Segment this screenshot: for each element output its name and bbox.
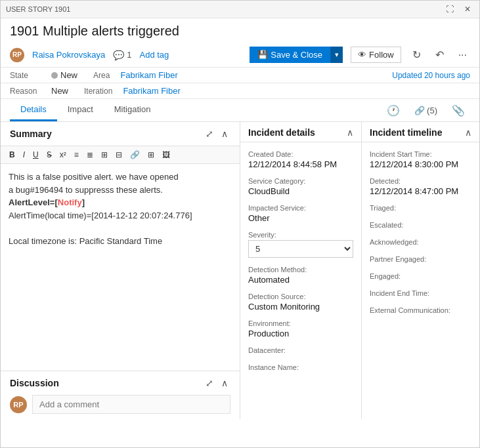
- tab-mitigation[interactable]: Mitigation: [104, 99, 162, 121]
- summary-controls: ⤢ ∧: [203, 127, 230, 140]
- save-icon: 💾: [257, 50, 268, 60]
- indent-button[interactable]: ⊞: [98, 149, 111, 161]
- environment-value: Production: [248, 329, 353, 338]
- comment-button[interactable]: 💬 1: [113, 50, 131, 60]
- table-button[interactable]: ⊞: [144, 149, 158, 161]
- incident-details-collapse[interactable]: ∧: [347, 127, 353, 138]
- discussion-header: Discussion ⤢ ∧: [10, 377, 230, 390]
- incident-start-value: 12/12/2014 8:30:00 PM: [370, 159, 471, 169]
- user-name[interactable]: Raisa Pokrovskaya: [32, 50, 105, 60]
- outdent-button[interactable]: ⊟: [112, 149, 125, 161]
- reason-field: Reason New: [10, 86, 68, 96]
- area-field: Area Fabrikam Fiber: [93, 70, 178, 80]
- severity-select[interactable]: 12345: [248, 240, 353, 258]
- triaged-field: Triaged:: [362, 200, 479, 217]
- triaged-label: Triaged:: [370, 204, 471, 212]
- incident-details-title: Incident details: [248, 127, 315, 138]
- meta-row-2: Reason New Iteration Fabrikam Fiber: [1, 83, 479, 99]
- follow-icon: 👁: [358, 50, 366, 60]
- escalated-field: Escalated:: [362, 217, 479, 234]
- environment-label: Environment:: [248, 319, 353, 327]
- history-icon-button[interactable]: 🕐: [382, 100, 405, 121]
- state-value[interactable]: New: [51, 70, 77, 80]
- state-label: State: [10, 71, 46, 80]
- detected-value: 12/12/2014 8:47:00 PM: [370, 186, 471, 196]
- content-area: Summary ⤢ ∧ B I U S̶ x² ≡ ≣ ⊞ ⊟ 🔗 ⊞ 🖼 Th…: [1, 122, 479, 419]
- detection-method-label: Detection Method:: [248, 266, 353, 274]
- iteration-field: Iteration Fabrikam Fiber: [84, 86, 181, 96]
- created-date-field: Created Date: 12/12/2014 8:44:58 PM: [240, 146, 361, 173]
- incident-start-label: Incident Start Time:: [370, 150, 471, 158]
- left-panel: Summary ⤢ ∧ B I U S̶ x² ≡ ≣ ⊞ ⊟ 🔗 ⊞ 🖼 Th…: [1, 122, 240, 419]
- impacted-service-field: Impacted Service: Other: [240, 200, 361, 227]
- superscript-button[interactable]: x²: [56, 149, 70, 161]
- partner-engaged-label: Partner Engaged:: [370, 255, 471, 263]
- detection-method-value: Automated: [248, 275, 353, 285]
- escalated-label: Escalated:: [370, 221, 471, 229]
- incident-start-field: Incident Start Time: 12/12/2014 8:30:00 …: [362, 146, 479, 173]
- toolbar: RP Raisa Pokrovskaya 💬 1 Add tag 💾 Save …: [1, 43, 479, 68]
- refresh-button[interactable]: ↻: [409, 47, 424, 63]
- instance-name-field: Instance Name:: [240, 359, 361, 377]
- summary-expand-button[interactable]: ⤢: [203, 127, 216, 140]
- avatar: RP: [10, 48, 24, 62]
- reason-label: Reason: [10, 87, 46, 96]
- save-close-label: Save & Close: [271, 50, 322, 60]
- external-comm-field: External Communication:: [362, 302, 479, 319]
- datacenter-field: Datacenter:: [240, 342, 361, 359]
- comment-box: RP: [10, 395, 230, 414]
- ul-button[interactable]: ≣: [83, 149, 97, 161]
- area-value[interactable]: Fabrikam Fiber: [120, 70, 177, 80]
- discussion-expand-button[interactable]: ⤢: [203, 377, 216, 390]
- discussion-controls: ⤢ ∧: [203, 377, 230, 390]
- tab-details[interactable]: Details: [10, 99, 57, 121]
- created-date-label: Created Date:: [248, 150, 353, 158]
- ol-button[interactable]: ≡: [71, 149, 82, 161]
- undo-button[interactable]: ↶: [432, 47, 447, 63]
- editor-content[interactable]: This is a false positive alert. we have …: [1, 164, 240, 371]
- follow-label: Follow: [369, 50, 394, 60]
- bold-button[interactable]: B: [6, 149, 18, 161]
- comment-icon: 💬: [113, 50, 124, 60]
- discussion-collapse-button[interactable]: ∧: [219, 377, 230, 390]
- title-bar: USER STORY 1901 ⛶ ✕: [1, 1, 479, 18]
- add-tag-button[interactable]: Add tag: [140, 50, 169, 60]
- links-button[interactable]: 🔗 (5): [408, 102, 445, 119]
- save-dropdown-button[interactable]: ▾: [330, 47, 343, 63]
- incident-timeline-collapse[interactable]: ∧: [465, 127, 471, 138]
- attach-icon-button[interactable]: 📎: [447, 100, 470, 121]
- comment-avatar: RP: [10, 396, 27, 413]
- detected-label: Detected:: [370, 177, 471, 185]
- datacenter-label: Datacenter:: [248, 346, 353, 354]
- link-button[interactable]: 🔗: [127, 149, 143, 161]
- editor-toolbar: B I U S̶ x² ≡ ≣ ⊞ ⊟ 🔗 ⊞ 🖼: [1, 146, 240, 164]
- updated-time: Updated 20 hours ago: [392, 71, 470, 80]
- image-button[interactable]: 🖼: [159, 149, 173, 161]
- summary-title: Summary: [10, 129, 52, 139]
- summary-collapse-button[interactable]: ∧: [219, 127, 230, 140]
- state-circle: [51, 72, 58, 79]
- close-button[interactable]: ✕: [461, 3, 474, 15]
- incident-end-field: Incident End Time:: [362, 285, 479, 302]
- more-button[interactable]: ···: [455, 47, 470, 63]
- service-category-value: CloudBuild: [248, 186, 353, 196]
- italic-button[interactable]: I: [20, 149, 28, 161]
- discussion-section: Discussion ⤢ ∧ RP: [1, 371, 240, 419]
- iteration-value[interactable]: Fabrikam Fiber: [123, 86, 180, 96]
- tab-impact[interactable]: Impact: [57, 99, 104, 121]
- reason-value[interactable]: New: [51, 86, 68, 96]
- underline-button[interactable]: U: [30, 149, 42, 161]
- maximize-button[interactable]: ⛶: [443, 3, 457, 15]
- detected-field: Detected: 12/12/2014 8:47:00 PM: [362, 173, 479, 200]
- updated-time-link[interactable]: 20 hours ago: [424, 71, 470, 80]
- page-title: 1901 Multiple alerts triggered: [1, 18, 479, 43]
- save-close-button[interactable]: 💾 Save & Close: [250, 47, 330, 63]
- comment-input[interactable]: [32, 395, 230, 414]
- comment-count: 1: [127, 50, 131, 60]
- iteration-label: Iteration: [84, 87, 112, 96]
- strikethrough-button[interactable]: S̶: [43, 149, 55, 161]
- environment-field: Environment: Production: [240, 316, 361, 342]
- follow-button[interactable]: 👁 Follow: [351, 47, 401, 63]
- incident-timeline-header: Incident timeline ∧: [362, 122, 479, 142]
- meta-row-1: State New Area Fabrikam Fiber Updated 20…: [1, 68, 479, 83]
